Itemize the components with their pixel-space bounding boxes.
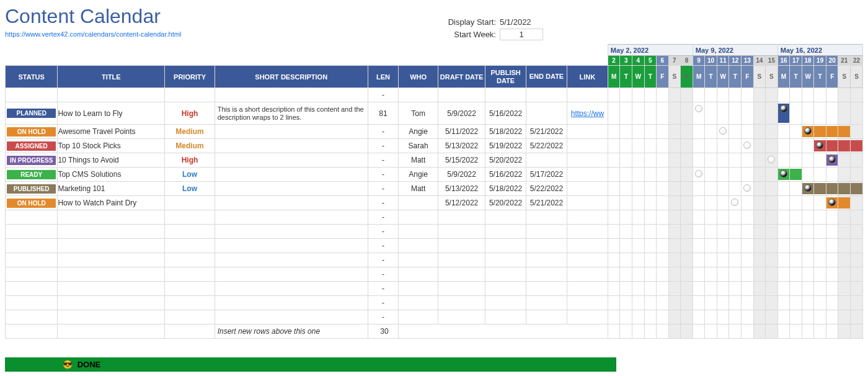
gantt-cell[interactable] [608,310,620,325]
gantt-cell[interactable] [766,168,778,182]
gantt-cell[interactable] [766,296,778,310]
gantt-cell[interactable] [644,325,657,339]
gantt-cell[interactable] [741,253,753,267]
gantt-cell[interactable] [838,325,851,339]
gantt-cell[interactable] [681,296,693,310]
gantt-cell[interactable] [777,225,790,239]
gantt-cell[interactable] [705,282,717,296]
gantt-cell[interactable] [741,125,753,139]
cell-who[interactable] [399,310,438,325]
cell-description[interactable] [215,282,368,296]
gantt-cell[interactable] [790,267,802,282]
cell-who[interactable] [399,296,438,310]
cell-title[interactable]: Awesome Travel Points [58,125,165,139]
cell-publish-date[interactable]: 5/16/2022 [485,168,526,182]
gantt-cell[interactable] [741,196,753,210]
gantt-cell[interactable] [851,267,863,282]
gantt-cell[interactable] [693,239,705,253]
cell-end-date[interactable]: 5/17/2022 [526,168,567,182]
cell-link[interactable] [567,267,608,282]
gantt-cell[interactable] [608,239,620,253]
cell-draft-date[interactable]: 5/15/2022 [438,153,485,168]
cell-publish-date[interactable] [485,253,526,267]
cell-end-date[interactable] [526,88,567,102]
gantt-cell[interactable] [632,325,644,339]
cell-link[interactable] [567,125,608,139]
cell-priority[interactable] [165,225,215,239]
gantt-cell[interactable] [632,153,644,168]
gantt-cell[interactable] [851,102,863,125]
cell-description[interactable] [215,88,368,102]
gantt-cell[interactable] [717,196,729,210]
gantt-cell[interactable] [620,210,632,225]
gantt-cell[interactable] [814,225,826,239]
gantt-cell[interactable] [681,225,693,239]
gantt-cell[interactable] [681,182,693,196]
gantt-cell[interactable] [777,267,790,282]
gantt-cell[interactable] [753,325,766,339]
gantt-cell[interactable] [814,182,826,196]
gantt-cell[interactable] [644,296,657,310]
gantt-cell[interactable] [632,282,644,296]
gantt-cell[interactable] [681,88,693,102]
gantt-cell[interactable] [717,325,729,339]
cell-link[interactable] [567,153,608,168]
cell-draft-date[interactable] [438,253,485,267]
gantt-cell[interactable] [681,325,693,339]
gantt-cell[interactable] [632,168,644,182]
cell-priority[interactable]: Medium [165,125,215,139]
gantt-cell[interactable] [620,168,632,182]
cell-end-date[interactable]: 5/22/2022 [526,139,567,153]
gantt-cell[interactable] [766,210,778,225]
gantt-cell[interactable] [851,296,863,310]
gantt-cell[interactable] [693,102,705,125]
gantt-cell[interactable] [802,139,814,153]
cell-description[interactable] [215,253,368,267]
gantt-cell[interactable] [766,267,778,282]
gantt-cell[interactable] [693,182,705,196]
gantt-cell[interactable] [632,139,644,153]
gantt-cell[interactable] [729,182,742,196]
cell-len[interactable]: - [368,225,398,239]
gantt-cell[interactable] [790,325,802,339]
gantt-cell[interactable] [753,267,766,282]
gantt-cell[interactable] [693,125,705,139]
gantt-cell[interactable] [777,125,790,139]
gantt-cell[interactable] [705,225,717,239]
gantt-cell[interactable] [632,310,644,325]
cell-draft-date[interactable]: 5/11/2022 [438,125,485,139]
gantt-cell[interactable] [766,153,778,168]
gantt-cell[interactable] [838,225,851,239]
cell-draft-date[interactable]: 5/13/2022 [438,182,485,196]
gantt-cell[interactable] [826,310,838,325]
gantt-cell[interactable] [620,153,632,168]
gantt-cell[interactable] [657,196,669,210]
gantt-cell[interactable] [681,210,693,225]
cell-status[interactable] [6,88,58,102]
gantt-cell[interactable] [668,182,681,196]
cell-description[interactable] [215,139,368,153]
gantt-cell[interactable] [814,102,826,125]
gantt-cell[interactable] [814,88,826,102]
gantt-cell[interactable] [826,88,838,102]
gantt-cell[interactable] [741,88,753,102]
gantt-cell[interactable] [814,239,826,253]
gantt-cell[interactable] [668,296,681,310]
cell-status[interactable]: PUBLISHED [6,182,58,196]
gantt-cell[interactable] [705,168,717,182]
gantt-cell[interactable] [717,125,729,139]
gantt-cell[interactable] [753,282,766,296]
gantt-cell[interactable] [790,210,802,225]
gantt-cell[interactable] [777,210,790,225]
gantt-cell[interactable] [826,225,838,239]
cell-len[interactable]: - [368,253,398,267]
gantt-cell[interactable] [657,253,669,267]
gantt-cell[interactable] [632,225,644,239]
gantt-cell[interactable] [644,282,657,296]
gantt-cell[interactable] [753,310,766,325]
gantt-cell[interactable] [766,282,778,296]
cell-priority[interactable]: High [165,153,215,168]
cell-title[interactable]: Top 10 Stock Picks [58,139,165,153]
gantt-cell[interactable] [657,88,669,102]
gantt-cell[interactable] [790,182,802,196]
